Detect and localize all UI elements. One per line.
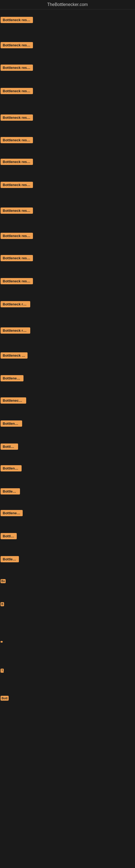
list-item: Bottleneck bbox=[1, 556, 19, 563]
list-item bbox=[1, 639, 3, 644]
results-container: Bottleneck resultBottleneck resultBottle… bbox=[0, 9, 135, 850]
list-item: Bottleneck result bbox=[1, 137, 33, 144]
list-item: Bottleneck result bbox=[1, 397, 26, 405]
list-item: Bottlene bbox=[1, 443, 18, 451]
list-item: Bottleneck result bbox=[1, 301, 30, 308]
list-item: Bottlene bbox=[1, 533, 17, 540]
list-item: Bottleneck result bbox=[1, 233, 33, 240]
list-item: Bottleneck result bbox=[1, 208, 33, 215]
list-item: Bottleneck result bbox=[1, 17, 33, 24]
list-item: Bottleneck result bbox=[1, 88, 33, 95]
list-item: Bottleneck r bbox=[1, 465, 21, 472]
list-item: Bottleneck re bbox=[1, 375, 24, 382]
list-item: Bottleneck result bbox=[1, 182, 33, 189]
list-item: Bottleneck result bbox=[1, 159, 33, 166]
list-item: Bottleneck result bbox=[1, 352, 28, 360]
list-item: Bottleneck result bbox=[1, 255, 33, 262]
list-item: Bottleneck re bbox=[1, 510, 23, 517]
list-item: Bott bbox=[1, 696, 9, 702]
site-title: TheBottlenecker.com bbox=[47, 0, 88, 9]
list-item: Bottleneck result bbox=[1, 42, 33, 50]
list-item: Bottleneck result bbox=[1, 328, 30, 335]
site-title-container: TheBottlenecker.com bbox=[0, 0, 135, 9]
list-item: Bottleneck result bbox=[1, 65, 33, 72]
list-item: Bo bbox=[1, 579, 6, 584]
list-item: Bottleneck result bbox=[1, 115, 33, 122]
list-item: Bottleneck r bbox=[1, 421, 22, 428]
list-item: B bbox=[1, 602, 4, 607]
list-item: Bottleneck bbox=[1, 488, 20, 496]
list-item: ? bbox=[1, 669, 4, 674]
list-item: Bottleneck result bbox=[1, 278, 33, 285]
